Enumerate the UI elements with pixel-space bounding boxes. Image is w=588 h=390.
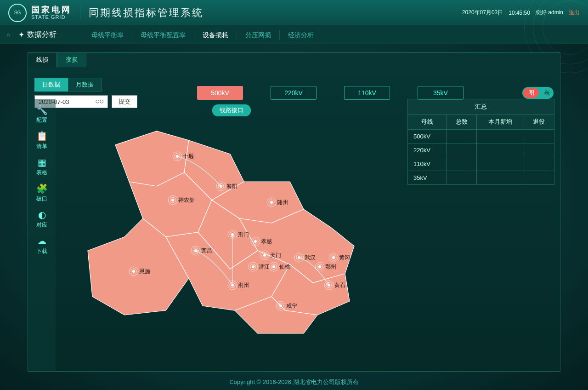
logo-block: SG 国家电网 STATE GRID xyxy=(8,4,72,22)
province-map[interactable]: 十堰神农架襄阳随州荆门宜昌孝感天门武汉黄冈潜江仙桃鄂州恩施荆州黄石咸宁 xyxy=(74,113,396,352)
svg-point-22 xyxy=(194,249,197,252)
svg-point-30 xyxy=(263,254,266,257)
svg-point-38 xyxy=(332,256,335,259)
map-area: 线路接口 xyxy=(56,99,407,371)
tool-label: 破口 xyxy=(36,195,47,202)
summary-col: 退役 xyxy=(524,115,554,130)
nav-bar: ⌂ ✦ 数据分析 母线平衡率母线平衡配置率设备损耗分压网损经济分析 xyxy=(0,26,588,44)
summary-col: 总数 xyxy=(447,115,477,130)
svg-text:潜江: 潜江 xyxy=(259,264,270,270)
svg-point-14 xyxy=(270,201,273,204)
header-date: 2020年07月03日 xyxy=(462,9,503,17)
nav-tab-2[interactable]: 设备损耗 xyxy=(194,30,237,40)
home-icon[interactable]: ⌂ xyxy=(6,31,10,39)
summary-row: 220kV xyxy=(408,143,554,157)
summary-panel: 汇总 母线总数本月新增退役 500kV220kV110kV35kV xyxy=(407,99,560,371)
nav-tab-3[interactable]: 分压网损 xyxy=(237,30,280,40)
tool-label: 下载 xyxy=(36,248,47,254)
summary-col: 母线 xyxy=(408,115,447,130)
tool-配置[interactable]: 🔧配置 xyxy=(30,103,53,126)
svg-text:恩施: 恩施 xyxy=(139,268,150,275)
header-time: 10:45:50 xyxy=(509,10,530,16)
tool-label: 对应 xyxy=(36,222,47,228)
app-header: SG 国家电网 STATE GRID 同期线损指标管理系统 2020年07月03… xyxy=(0,0,588,26)
type-tab-1[interactable]: 变损 xyxy=(57,52,86,67)
svg-text:仙桃: 仙桃 xyxy=(279,264,290,270)
summary-row: 35kV xyxy=(408,171,554,185)
summary-title: 汇总 xyxy=(408,99,554,115)
map-regions xyxy=(88,131,354,333)
period-tab-0[interactable]: 日数据 xyxy=(34,78,68,92)
nav-tab-1[interactable]: 母线平衡配置率 xyxy=(132,30,194,40)
svg-point-10 xyxy=(220,185,222,188)
svg-point-2 xyxy=(176,155,179,158)
svg-text:黄石: 黄石 xyxy=(334,282,345,288)
svg-text:黄冈: 黄冈 xyxy=(339,254,350,261)
type-tab-0[interactable]: 线损 xyxy=(28,52,57,67)
tool-icon: 📋 xyxy=(30,131,53,142)
summary-row: 110kV xyxy=(408,157,554,171)
svg-point-54 xyxy=(132,270,135,273)
tool-label: 配置 xyxy=(36,117,47,123)
svg-point-34 xyxy=(298,256,300,259)
kv-button-220kV[interactable]: 220kV xyxy=(271,86,317,100)
tool-label: 表格 xyxy=(36,169,47,176)
body-area: 🔧配置📋清单▦表格🧩破口◐对应☁下载 线路接口 xyxy=(28,99,560,371)
svg-text:十堰: 十堰 xyxy=(183,153,194,160)
svg-point-18 xyxy=(231,233,234,236)
view-toggle-on: 图 xyxy=(523,88,539,98)
tool-icon: ▦ xyxy=(30,157,53,168)
tool-icon: ☁ xyxy=(30,235,53,247)
nav-section: ✦ 数据分析 xyxy=(18,30,57,40)
svg-point-6 xyxy=(171,199,174,201)
logo-icon: SG xyxy=(8,4,27,22)
tool-icon: 🔧 xyxy=(30,104,53,115)
nav-tab-4[interactable]: 经济分析 xyxy=(280,30,322,40)
tool-icon: ◐ xyxy=(30,209,53,220)
tool-清单[interactable]: 📋清单 xyxy=(30,129,53,152)
logo-cn: 国家电网 xyxy=(31,6,72,15)
nav-section-label: 数据分析 xyxy=(27,30,57,40)
svg-point-42 xyxy=(252,265,254,268)
svg-text:襄阳: 襄阳 xyxy=(226,183,237,189)
tool-对应[interactable]: ◐对应 xyxy=(30,207,53,231)
footer-copyright: Copyright © 2016-2026 湖北省电力公司版权所有 xyxy=(0,378,588,386)
svg-text:荆门: 荆门 xyxy=(238,231,249,238)
view-toggle-off: 表 xyxy=(540,89,554,97)
left-toolbar: 🔧配置📋清单▦表格🧩破口◐对应☁下载 xyxy=(28,99,56,371)
svg-text:随州: 随州 xyxy=(277,199,288,206)
svg-point-26 xyxy=(254,240,257,243)
tool-表格[interactable]: ▦表格 xyxy=(30,155,53,178)
header-greeting: 您好 admin xyxy=(536,9,563,17)
nav-tab-0[interactable]: 母线平衡率 xyxy=(83,30,132,40)
svg-text:天门: 天门 xyxy=(270,252,281,258)
kv-button-500kV[interactable]: 500kV xyxy=(197,86,243,100)
type-tabs: 线损变损 xyxy=(28,52,86,67)
kv-button-110kV[interactable]: 110kV xyxy=(344,86,390,100)
period-tabs: 日数据月数据 xyxy=(34,78,137,92)
svg-text:神农架: 神农架 xyxy=(178,197,195,203)
svg-text:咸宁: 咸宁 xyxy=(286,303,297,309)
system-title: 同期线损指标管理系统 xyxy=(89,6,204,20)
svg-point-58 xyxy=(231,284,234,287)
summary-col: 本月新增 xyxy=(477,115,524,130)
tool-破口[interactable]: 🧩破口 xyxy=(30,181,53,205)
svg-point-50 xyxy=(318,265,321,268)
svg-point-66 xyxy=(279,304,282,307)
logo-en: STATE GRID xyxy=(31,14,72,20)
view-toggle[interactable]: 图 表 xyxy=(522,87,554,99)
tool-icon: 🧩 xyxy=(30,183,53,194)
nav-tabs: 母线平衡率母线平衡配置率设备损耗分压网损经济分析 xyxy=(83,30,322,40)
svg-point-46 xyxy=(272,265,275,268)
kv-buttons: 500kV220kV110kV35kV xyxy=(197,86,464,100)
content-panel: 线损变损 日数据月数据 2020-07-03 ੦੦ 提交 500kV220kV1… xyxy=(28,52,560,372)
summary-table: 汇总 母线总数本月新增退役 500kV220kV110kV35kV xyxy=(407,99,554,185)
tool-label: 清单 xyxy=(36,143,47,149)
svg-point-62 xyxy=(328,284,330,287)
svg-text:武汉: 武汉 xyxy=(305,254,316,261)
logout-link[interactable]: 退出 xyxy=(569,9,580,17)
divider xyxy=(80,6,80,20)
period-tab-1[interactable]: 月数据 xyxy=(68,78,102,92)
tool-下载[interactable]: ☁下载 xyxy=(30,234,53,257)
kv-button-35kV[interactable]: 35kV xyxy=(418,86,464,100)
